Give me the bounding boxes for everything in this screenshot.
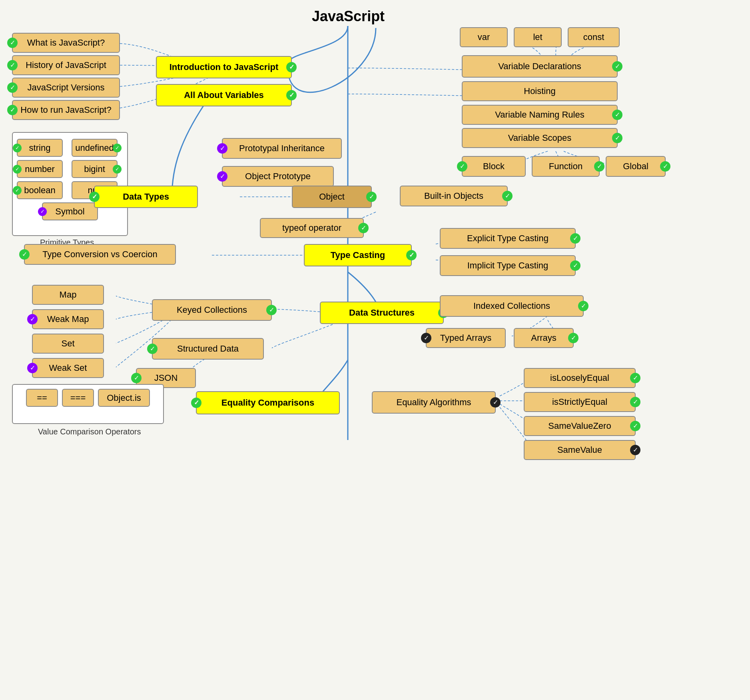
how-run-node[interactable]: ✓ How to run JavaScript?: [12, 100, 120, 120]
primitive-types-box: ✓ string undefined ✓ ✓ number bigint ✓ ✓…: [12, 132, 128, 236]
history-js-node[interactable]: ✓ History of JavaScript: [12, 55, 120, 75]
proto-inherit-node[interactable]: ✓ Prototypal Inheritance: [222, 138, 342, 159]
arrays-node[interactable]: Arrays ✓: [514, 328, 574, 348]
double-eq-node[interactable]: ==: [26, 389, 58, 407]
value-comp-label: Value Comparison Operators: [38, 427, 141, 436]
var-keyword-node[interactable]: var: [460, 27, 508, 47]
function-node[interactable]: Function ✓: [532, 156, 600, 177]
let-keyword-node[interactable]: let: [514, 27, 562, 47]
same-val-zero-node[interactable]: SameValueZero ✓: [524, 416, 636, 436]
undefined-node[interactable]: undefined ✓: [72, 139, 118, 157]
same-val-node[interactable]: SameValue ✓: [524, 440, 636, 460]
allvars-node[interactable]: All About Variables ✓: [156, 84, 292, 106]
var-decl-node[interactable]: Variable Declarations ✓: [462, 55, 618, 78]
var-scopes-node[interactable]: Variable Scopes ✓: [462, 128, 618, 148]
equality-algo-node[interactable]: Equality Algorithms ✓: [372, 391, 496, 414]
number-node[interactable]: ✓ number: [17, 160, 63, 178]
explicit-cast-node[interactable]: Explicit Type Casting ✓: [440, 228, 576, 249]
js-versions-node[interactable]: ✓ JavaScript Versions: [12, 78, 120, 98]
object-node[interactable]: Object ✓: [292, 186, 372, 208]
string-node[interactable]: ✓ string: [17, 139, 63, 157]
keyed-coll-node[interactable]: Keyed Collections ✓: [152, 299, 272, 321]
objectis-node[interactable]: Object.is: [98, 389, 150, 407]
datastructures-node[interactable]: Data Structures ✓: [320, 302, 444, 324]
implicit-cast-node[interactable]: Implicit Type Casting ✓: [440, 255, 576, 276]
hoisting-node[interactable]: Hoisting: [462, 81, 618, 101]
set-node[interactable]: Set: [32, 334, 104, 354]
is-strictly-node[interactable]: isStrictlyEqual ✓: [524, 392, 636, 412]
typed-arrays-node[interactable]: ✓ Typed Arrays: [426, 328, 506, 348]
datatypes-node[interactable]: ✓ Data Types: [94, 186, 198, 208]
structured-data-node[interactable]: ✓ Structured Data: [152, 338, 264, 360]
boolean-node[interactable]: ✓ boolean: [17, 181, 63, 199]
indexed-coll-node[interactable]: Indexed Collections ✓: [440, 295, 584, 317]
obj-proto-node[interactable]: ✓ Object Prototype: [222, 166, 334, 187]
equality-comp-node[interactable]: ✓ Equality Comparisons: [196, 391, 340, 414]
typeof-op-node[interactable]: typeof operator ✓: [260, 218, 364, 238]
weakmap-node[interactable]: ✓ Weak Map: [32, 309, 104, 329]
weakset-node[interactable]: ✓ Weak Set: [32, 358, 104, 378]
is-loosely-node[interactable]: isLooselyEqual ✓: [524, 368, 636, 388]
typecasting-node[interactable]: Type Casting ✓: [304, 244, 412, 266]
global-node[interactable]: Global ✓: [606, 156, 666, 177]
type-conv-node[interactable]: ✓ Type Conversion vs Coercion: [24, 244, 176, 265]
var-naming-node[interactable]: Variable Naming Rules ✓: [462, 105, 618, 125]
symbol-node[interactable]: ✓ Symbol: [42, 202, 98, 220]
bigint-node[interactable]: bigint ✓: [72, 160, 118, 178]
triple-eq-node[interactable]: ===: [62, 389, 94, 407]
map-node[interactable]: Map: [32, 285, 104, 305]
const-keyword-node[interactable]: const: [568, 27, 620, 47]
block-node[interactable]: ✓ Block: [462, 156, 526, 177]
what-is-js-node[interactable]: ✓ What is JavaScript?: [12, 33, 120, 53]
builtin-obj-node[interactable]: Built-in Objects ✓: [400, 186, 508, 206]
intro-node[interactable]: Introduction to JavaScript ✓: [156, 56, 292, 78]
page-title: JavaScript: [312, 8, 385, 25]
value-comp-box: == === Object.is: [12, 384, 164, 424]
